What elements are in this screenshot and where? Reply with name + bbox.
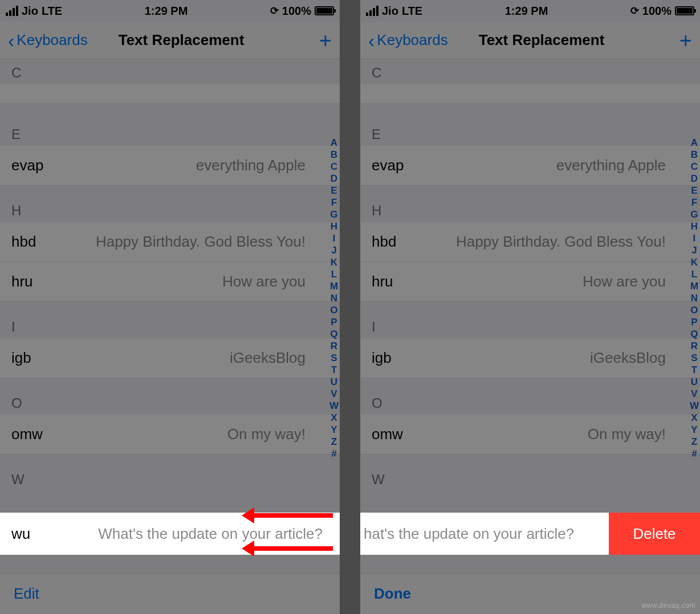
back-button[interactable]: ‹ Keyboards: [368, 31, 448, 49]
index-letter[interactable]: N: [329, 292, 339, 304]
index-letter[interactable]: H: [690, 220, 699, 232]
back-button[interactable]: ‹ Keyboards: [8, 31, 88, 49]
index-letter[interactable]: W: [329, 400, 339, 412]
index-letter[interactable]: P: [690, 316, 699, 328]
done-button[interactable]: Done: [374, 585, 411, 603]
index-letter[interactable]: M: [690, 280, 699, 292]
index-scroller[interactable]: ABCDEFGHIJKLMNOPQRSTUVWXYZ#: [329, 137, 339, 460]
index-letter[interactable]: Y: [690, 424, 699, 436]
index-letter[interactable]: D: [329, 173, 339, 185]
index-letter[interactable]: S: [690, 352, 699, 364]
section-header-c: C: [360, 59, 700, 84]
index-letter[interactable]: T: [329, 364, 339, 376]
section-header-c: C: [0, 59, 340, 84]
clock: 1:29 PM: [145, 5, 188, 18]
index-letter[interactable]: V: [329, 388, 339, 400]
add-button[interactable]: +: [319, 30, 332, 51]
index-letter[interactable]: #: [329, 448, 339, 460]
battery-icon: [675, 6, 694, 15]
battery-icon: [315, 6, 334, 15]
index-letter[interactable]: #: [690, 448, 699, 460]
shortcut-label: omw: [372, 425, 403, 443]
index-letter[interactable]: L: [690, 268, 699, 280]
highlighted-row-swiped[interactable]: hat's the update on your article? Delete: [360, 513, 700, 555]
index-letter[interactable]: X: [329, 412, 339, 424]
index-letter[interactable]: M: [329, 280, 339, 292]
index-letter[interactable]: L: [329, 268, 339, 280]
table-row[interactable]: evap everything Apple: [360, 146, 700, 186]
table-row[interactable]: hbd Happy Birthday. God Bless You!: [0, 222, 340, 262]
index-letter[interactable]: T: [690, 364, 699, 376]
index-letter[interactable]: B: [690, 149, 699, 161]
table-row[interactable]: igb iGeeksBlog: [360, 338, 700, 378]
index-letter[interactable]: C: [690, 161, 699, 173]
section-header-w: W: [360, 455, 700, 491]
shortcut-label: igb: [11, 349, 31, 367]
add-button[interactable]: +: [679, 30, 692, 51]
index-letter[interactable]: A: [690, 137, 699, 149]
index-letter[interactable]: C: [329, 161, 339, 173]
index-letter[interactable]: Y: [329, 424, 339, 436]
status-bar: Jio LTE 1:29 PM ⟳ 100%: [360, 0, 700, 22]
section-header-h: H: [360, 186, 700, 222]
index-letter[interactable]: G: [690, 208, 699, 220]
table-row[interactable]: hbd Happy Birthday. God Bless You!: [360, 222, 700, 262]
index-letter[interactable]: Q: [329, 328, 339, 340]
delete-button[interactable]: Delete: [609, 513, 700, 555]
phrase-label: hat's the update on your article?: [360, 525, 580, 543]
index-letter[interactable]: X: [690, 412, 699, 424]
index-letter[interactable]: S: [329, 352, 339, 364]
navigation-bar: ‹ Keyboards Text Replacement +: [360, 22, 700, 59]
index-letter[interactable]: O: [329, 304, 339, 316]
watermark: www.deuaq.com: [641, 601, 695, 609]
shortcut-label: hru: [11, 273, 33, 290]
index-letter[interactable]: E: [690, 185, 699, 197]
section-header-e: E: [360, 104, 700, 146]
index-letter[interactable]: F: [329, 197, 339, 208]
index-letter[interactable]: R: [690, 340, 699, 352]
index-letter[interactable]: G: [329, 208, 339, 220]
table-row[interactable]: igb iGeeksBlog: [0, 338, 340, 378]
index-letter[interactable]: V: [690, 388, 699, 400]
index-letter[interactable]: J: [690, 244, 699, 256]
network-label: LTE: [402, 5, 422, 18]
phrase-label: iGeeksBlog: [230, 349, 328, 367]
shortcut-label: evap: [372, 157, 404, 174]
index-letter[interactable]: U: [329, 376, 339, 388]
phrase-label: How are you: [583, 273, 689, 290]
index-letter[interactable]: Z: [690, 436, 699, 448]
index-letter[interactable]: O: [690, 304, 699, 316]
index-letter[interactable]: K: [329, 256, 339, 268]
index-letter[interactable]: I: [690, 232, 699, 244]
index-letter[interactable]: A: [329, 137, 339, 149]
phrase-label: How are you: [222, 273, 328, 290]
index-letter[interactable]: Z: [329, 436, 339, 448]
index-letter[interactable]: I: [329, 232, 339, 244]
index-letter[interactable]: Q: [690, 328, 699, 340]
index-letter[interactable]: R: [329, 340, 339, 352]
index-letter[interactable]: P: [329, 316, 339, 328]
index-letter[interactable]: N: [690, 292, 699, 304]
table-row[interactable]: evap everything Apple: [0, 146, 340, 186]
network-label: LTE: [42, 5, 62, 18]
index-scroller[interactable]: ABCDEFGHIJKLMNOPQRSTUVWXYZ#: [690, 137, 699, 460]
table-row[interactable]: hru How are you: [0, 262, 340, 302]
section-header-e: E: [0, 104, 340, 146]
index-letter[interactable]: H: [329, 220, 339, 232]
table-row[interactable]: omw On my way!: [0, 415, 340, 455]
toolbar: Edit: [0, 573, 340, 614]
battery-percent: 100%: [282, 5, 311, 18]
index-letter[interactable]: J: [329, 244, 339, 256]
swipe-arrow-icon: [242, 511, 333, 519]
index-letter[interactable]: K: [690, 256, 699, 268]
index-letter[interactable]: D: [690, 173, 699, 185]
index-letter[interactable]: F: [690, 197, 699, 208]
edit-button[interactable]: Edit: [14, 585, 39, 603]
index-letter[interactable]: U: [690, 376, 699, 388]
table-row[interactable]: omw On my way!: [360, 415, 700, 455]
index-letter[interactable]: W: [690, 400, 699, 412]
table-row[interactable]: hru How are you: [360, 262, 700, 302]
index-letter[interactable]: B: [329, 149, 339, 161]
index-letter[interactable]: E: [329, 185, 339, 197]
section-header-h: H: [0, 186, 340, 222]
